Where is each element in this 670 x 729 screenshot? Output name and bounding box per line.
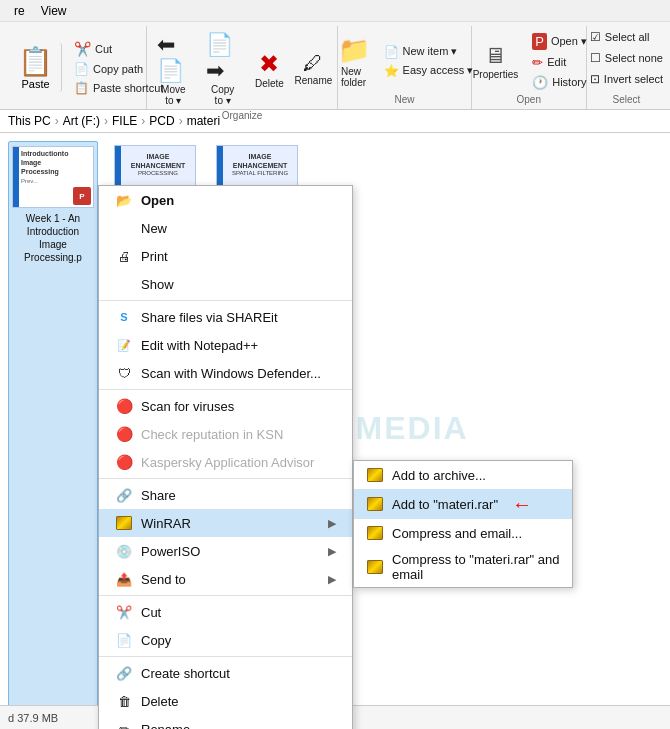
breadcrumb-materi[interactable]: materi xyxy=(187,114,220,128)
ctx-notepadpp[interactable]: 📝 Edit with Notepad++ xyxy=(99,331,352,359)
share-icon: 🔗 xyxy=(115,486,133,504)
status-prefix: d xyxy=(8,712,14,724)
context-menu: 📂 Open New 🖨 Print Show S Share files vi… xyxy=(98,185,353,729)
ctx-create-shortcut[interactable]: 🔗 Create shortcut xyxy=(99,659,352,687)
sub-compress-email[interactable]: Compress and email... xyxy=(354,519,572,547)
ctx-poweriso[interactable]: 💿 PowerISO ▶ xyxy=(99,537,352,565)
winrar-icon xyxy=(115,514,133,532)
copy-icon: 📄 xyxy=(115,631,133,649)
ctx-new[interactable]: New xyxy=(99,214,352,242)
select-none-button[interactable]: ☐ Select none xyxy=(586,49,667,67)
ctx-defender[interactable]: 🛡 Scan with Windows Defender... xyxy=(99,359,352,387)
organize-group: ⬅📄 Moveto ▾ 📄➡ Copyto ▾ ✖ Delete 🖊 Renam… xyxy=(147,26,339,109)
ctx-rename[interactable]: ✏ Rename xyxy=(99,715,352,729)
ctx-delete[interactable]: 🗑 Delete xyxy=(99,687,352,715)
history-button[interactable]: 🕐 History xyxy=(528,73,591,92)
kaspersky-icon3: 🔴 xyxy=(115,453,133,471)
new-icon xyxy=(115,219,133,237)
new-folder-button[interactable]: 📁 Newfolder xyxy=(332,31,376,92)
ctx-sep3 xyxy=(99,478,352,479)
winrar-arrow: ▶ xyxy=(328,517,336,530)
winrar-sub-icon2 xyxy=(366,495,384,513)
poweriso-icon: 💿 xyxy=(115,542,133,560)
red-arrow-icon: ← xyxy=(512,494,532,514)
winrar-submenu: Add to archive... Add to "materi.rar" ← … xyxy=(353,460,573,588)
ctx-kaspersky-advisor[interactable]: 🔴 Kaspersky Application Advisor xyxy=(99,448,352,476)
ctx-cut[interactable]: ✂️ Cut xyxy=(99,598,352,626)
paste-button[interactable]: 📋 Paste xyxy=(10,43,62,92)
breadcrumb-pcd[interactable]: PCD xyxy=(149,114,174,128)
open-icon: 📂 xyxy=(115,191,133,209)
delete-icon: 🗑 xyxy=(115,692,133,710)
ctx-send-to[interactable]: 📤 Send to ▶ xyxy=(99,565,352,593)
ctx-sep4 xyxy=(99,595,352,596)
properties-button[interactable]: 🖥 Properties xyxy=(467,39,525,84)
menu-view[interactable]: View xyxy=(35,3,73,19)
rename-icon: ✏ xyxy=(115,720,133,729)
sub-add-materi[interactable]: Add to "materi.rar" ← xyxy=(354,489,572,519)
copy-to-button[interactable]: 📄➡ Copyto ▾ xyxy=(200,28,245,110)
ctx-sep2 xyxy=(99,389,352,390)
show-icon xyxy=(115,275,133,293)
open-label: Open xyxy=(517,94,541,107)
ctx-sep1 xyxy=(99,300,352,301)
ctx-copy[interactable]: 📄 Copy xyxy=(99,626,352,654)
delete-button[interactable]: ✖ Delete xyxy=(249,46,289,93)
notepadpp-icon: 📝 xyxy=(115,336,133,354)
new-label: New xyxy=(394,94,414,107)
breadcrumb: This PC › Art (F:) › FILE › PCD › materi xyxy=(0,110,670,133)
ctx-check-reputation[interactable]: 🔴 Check reputation in KSN xyxy=(99,420,352,448)
print-icon: 🖨 xyxy=(115,247,133,265)
ctx-shareit[interactable]: S Share files via SHAREit xyxy=(99,303,352,331)
ctx-sep5 xyxy=(99,656,352,657)
defender-icon: 🛡 xyxy=(115,364,133,382)
ctx-winrar[interactable]: WinRAR ▶ xyxy=(99,509,352,537)
ctx-share[interactable]: 🔗 Share xyxy=(99,481,352,509)
ctx-show[interactable]: Show xyxy=(99,270,352,298)
ribbon: 📋 Paste ✂️ Cut 📄 Copy path 📋 Paste short… xyxy=(0,22,670,110)
send-arrow: ▶ xyxy=(328,573,336,586)
easy-access-button[interactable]: ⭐ Easy access ▾ xyxy=(380,62,478,80)
menu-re[interactable]: re xyxy=(8,3,31,19)
ctx-print[interactable]: 🖨 Print xyxy=(99,242,352,270)
breadcrumb-file[interactable]: FILE xyxy=(112,114,137,128)
ctx-open[interactable]: 📂 Open xyxy=(99,186,352,214)
invert-select-button[interactable]: ⊡ Invert select xyxy=(586,70,667,88)
move-to-button[interactable]: ⬅📄 Moveto ▾ xyxy=(151,28,196,110)
cut-icon: ✂️ xyxy=(115,603,133,621)
send-icon: 📤 xyxy=(115,570,133,588)
sub-add-archive[interactable]: Add to archive... xyxy=(354,461,572,489)
shareit-icon: S xyxy=(115,308,133,326)
open-button[interactable]: P Open ▾ xyxy=(528,31,591,52)
menu-bar: re View xyxy=(0,0,670,22)
new-group: 📁 Newfolder 📄 New item ▾ ⭐ Easy access ▾… xyxy=(338,26,471,109)
winrar-sub-icon3 xyxy=(366,524,384,542)
winrar-sub-icon1 xyxy=(366,466,384,484)
clipboard-group: 📋 Paste ✂️ Cut 📄 Copy path 📋 Paste short… xyxy=(4,26,147,109)
kaspersky-icon1: 🔴 xyxy=(115,397,133,415)
ctx-scan-viruses[interactable]: 🔴 Scan for viruses xyxy=(99,392,352,420)
list-item[interactable]: IntroductiontoImageProcessing Prev... P … xyxy=(8,141,98,714)
organize-label: Organize xyxy=(222,110,263,123)
select-label: Select xyxy=(613,94,641,107)
sub-compress-materi-email[interactable]: Compress to "materi.rar" and email xyxy=(354,547,572,587)
open-group: 🖥 Properties P Open ▾ ✏ Edit 🕐 History O… xyxy=(472,26,587,109)
kaspersky-icon2: 🔴 xyxy=(115,425,133,443)
shortcut-icon: 🔗 xyxy=(115,664,133,682)
breadcrumb-drive[interactable]: Art (F:) xyxy=(63,114,100,128)
breadcrumb-thispc[interactable]: This PC xyxy=(8,114,51,128)
select-all-button[interactable]: ☑ Select all xyxy=(586,28,667,46)
file-thumbnail: IntroductiontoImageProcessing Prev... P xyxy=(12,146,94,208)
edit-button[interactable]: ✏ Edit xyxy=(528,53,591,72)
poweriso-arrow: ▶ xyxy=(328,545,336,558)
new-item-button[interactable]: 📄 New item ▾ xyxy=(380,43,478,61)
rename-button[interactable]: 🖊 Rename xyxy=(293,48,333,90)
winrar-sub-icon4 xyxy=(366,558,384,576)
select-group: ☑ Select all ☐ Select none ⊡ Invert sele… xyxy=(587,26,666,109)
status-size: 37.9 MB xyxy=(17,712,58,724)
file-name: Week 1 - An Introduction Image Processin… xyxy=(13,212,93,264)
